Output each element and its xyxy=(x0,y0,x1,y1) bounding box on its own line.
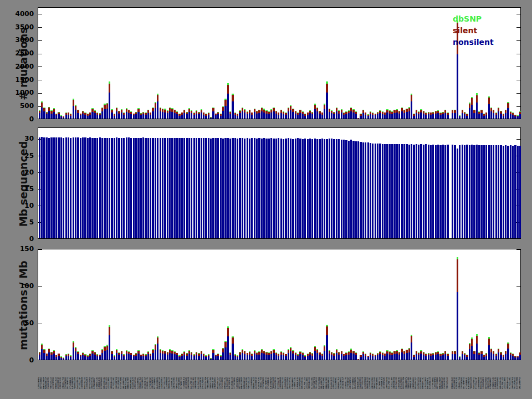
bar-sample xyxy=(304,114,306,119)
bar-segment xyxy=(217,356,219,360)
bar-segment xyxy=(401,144,403,238)
bar-segment xyxy=(75,137,76,238)
bar-sample xyxy=(338,110,340,119)
bar-sample xyxy=(326,81,328,119)
bar-sample xyxy=(58,137,59,238)
bar-segment xyxy=(495,356,497,360)
bar-sample xyxy=(63,138,64,238)
bar-sample xyxy=(41,344,43,360)
bar-segment xyxy=(208,115,209,119)
bar-sample xyxy=(437,351,439,360)
bar-segment xyxy=(432,145,434,238)
bar-sample xyxy=(302,352,304,360)
bar-sample xyxy=(389,110,391,119)
bar-sample xyxy=(121,109,122,119)
bar-sample xyxy=(198,112,200,119)
bar-sample xyxy=(188,108,190,119)
bar-sample xyxy=(116,137,117,238)
bar-segment xyxy=(87,357,89,360)
bar-sample xyxy=(99,113,101,119)
bar-segment xyxy=(70,357,71,360)
bar-segment xyxy=(167,355,168,360)
bar-segment xyxy=(220,138,222,238)
bar-segment xyxy=(263,138,265,238)
bar-sample xyxy=(416,110,417,119)
bar-sample xyxy=(96,138,98,238)
bar-sample xyxy=(352,141,354,238)
bar-sample xyxy=(164,109,166,119)
bar-segment xyxy=(104,138,105,238)
bar-sample xyxy=(495,145,497,238)
bar-sample xyxy=(270,351,272,360)
bar-segment xyxy=(382,114,383,119)
x-tick-label: 19R8M2A065 xyxy=(214,362,216,389)
bar-segment xyxy=(329,139,330,238)
y-tick xyxy=(516,119,520,119)
bar-segment xyxy=(174,138,176,238)
bar-segment xyxy=(152,353,154,360)
bar-sample xyxy=(142,112,144,119)
bar-segment xyxy=(510,114,511,119)
bar-sample xyxy=(80,114,81,119)
bar-segment xyxy=(157,344,158,360)
bar-sample xyxy=(203,354,204,360)
bar-segment xyxy=(251,138,253,238)
bar-segment xyxy=(73,137,74,238)
bar-segment xyxy=(321,356,323,360)
bar-sample xyxy=(471,97,473,119)
bar-sample xyxy=(393,110,395,119)
bar-sample xyxy=(275,139,277,238)
bar-sample xyxy=(234,138,236,238)
x-tick-label: F28DY61CM5 xyxy=(59,362,62,389)
bar-sample xyxy=(435,145,437,239)
bar-sample xyxy=(319,111,320,119)
bar-sample xyxy=(94,138,96,238)
bar-sample xyxy=(203,112,204,119)
bar-sample xyxy=(316,108,318,119)
bar-segment xyxy=(498,145,499,239)
bar-sample xyxy=(510,352,511,360)
y-tick xyxy=(38,66,42,67)
bar-segment xyxy=(355,114,357,119)
bar-sample xyxy=(401,144,403,238)
bar-sample xyxy=(249,110,250,119)
bar-segment xyxy=(428,114,429,119)
bar-sample xyxy=(439,112,441,119)
bar-segment xyxy=(350,140,352,238)
bar-segment xyxy=(483,357,485,360)
bar-sample xyxy=(360,114,361,119)
bar-sample xyxy=(288,138,289,238)
bar-segment xyxy=(162,354,163,360)
bar-sample xyxy=(273,108,274,119)
bar-segment xyxy=(447,115,448,119)
bar-sample xyxy=(84,112,86,119)
bar-segment xyxy=(53,354,55,360)
bar-segment xyxy=(106,350,108,360)
bar-segment xyxy=(324,351,325,360)
bar-segment xyxy=(162,138,163,238)
y-tick xyxy=(516,14,520,14)
bar-segment xyxy=(389,355,391,360)
bar-sample xyxy=(420,144,422,238)
bar-sample xyxy=(483,145,485,239)
bar-segment xyxy=(140,138,142,238)
bar-segment xyxy=(428,355,429,360)
bar-segment xyxy=(500,355,502,360)
bar-segment xyxy=(480,145,482,238)
bar-sample xyxy=(416,351,417,360)
bar-sample xyxy=(48,107,50,119)
bar-segment xyxy=(65,356,67,360)
bar-sample xyxy=(150,112,151,119)
bar-segment xyxy=(178,357,180,360)
bar-sample xyxy=(135,112,137,119)
bar-sample xyxy=(393,351,395,360)
bar-segment xyxy=(73,106,74,119)
bar-sample xyxy=(157,138,158,238)
bar-sample xyxy=(425,354,427,360)
bar-sample xyxy=(295,111,296,119)
bar-sample xyxy=(428,112,429,119)
bar-sample xyxy=(290,105,291,119)
y-tick xyxy=(516,324,520,324)
bar-sample xyxy=(355,111,357,119)
bar-segment xyxy=(268,139,270,238)
